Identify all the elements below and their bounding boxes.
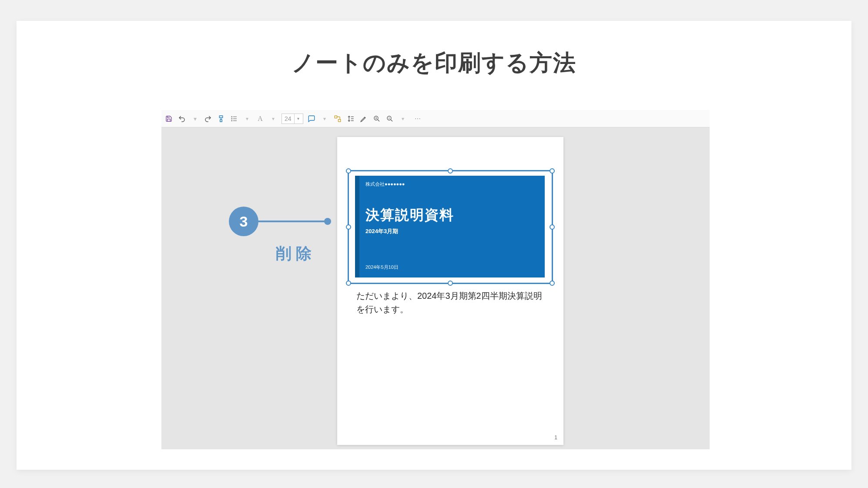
font-size-input[interactable]: 24 ▾ bbox=[282, 114, 303, 124]
svg-rect-6 bbox=[335, 116, 337, 118]
resize-handle-tr[interactable] bbox=[550, 168, 555, 174]
format-painter-icon[interactable] bbox=[216, 114, 226, 124]
insert-comment-icon[interactable] bbox=[307, 114, 316, 124]
chevron-down-icon[interactable]: ▾ bbox=[294, 114, 302, 124]
hierarchy-icon[interactable] bbox=[333, 114, 342, 124]
line-spacing-icon[interactable] bbox=[346, 114, 355, 124]
font-icon[interactable]: A bbox=[255, 114, 265, 124]
zoom-in-icon[interactable] bbox=[372, 114, 382, 124]
slide-thumbnail-selection[interactable]: 株式会社●●●●●●● 決算説明資料 2024年3月期 2024年5月10日 bbox=[348, 170, 553, 284]
font-dropdown-icon[interactable]: ▾ bbox=[268, 114, 278, 124]
resize-handle-br[interactable] bbox=[550, 281, 555, 286]
resize-handle-tl[interactable] bbox=[346, 168, 351, 174]
list-dropdown-icon[interactable]: ▾ bbox=[242, 114, 252, 124]
zoom-out-icon[interactable] bbox=[385, 114, 395, 124]
ink-icon[interactable] bbox=[359, 114, 369, 124]
undo-icon[interactable] bbox=[177, 114, 187, 124]
slide-thumbnail: 株式会社●●●●●●● 決算説明資料 2024年3月期 2024年5月10日 bbox=[355, 176, 545, 277]
slide-period: 2024年3月期 bbox=[365, 227, 539, 235]
step-connector-line bbox=[258, 221, 326, 222]
svg-point-4 bbox=[231, 118, 232, 119]
svg-point-5 bbox=[231, 120, 232, 121]
notes-text[interactable]: ただいまより、2024年3月期第2四半期決算説明を行います。 bbox=[356, 289, 546, 316]
zoom-dropdown-icon[interactable]: ▾ bbox=[398, 114, 408, 124]
svg-point-3 bbox=[231, 116, 232, 117]
svg-line-16 bbox=[391, 120, 392, 121]
resize-handle-bl[interactable] bbox=[346, 281, 351, 286]
slide-pubdate: 2024年5月10日 bbox=[365, 264, 539, 271]
undo-dropdown-icon[interactable]: ▾ bbox=[190, 114, 200, 124]
editor-window: ▾ ▾ A ▾ 24 ▾ bbox=[161, 110, 710, 449]
resize-handle-bm[interactable] bbox=[448, 281, 453, 286]
page-number: 1 bbox=[554, 435, 557, 441]
instruction-card: ノートのみを印刷する方法 ▾ ▾ bbox=[17, 21, 851, 470]
svg-rect-7 bbox=[338, 119, 340, 121]
step-number: 3 bbox=[240, 213, 248, 230]
resize-handle-mr[interactable] bbox=[550, 224, 555, 230]
insert-comment-dropdown-icon[interactable]: ▾ bbox=[320, 114, 329, 124]
list-icon[interactable] bbox=[229, 114, 239, 124]
step-connector-dot bbox=[324, 218, 331, 225]
toolbar: ▾ ▾ A ▾ 24 ▾ bbox=[161, 110, 710, 127]
font-size-value: 24 bbox=[285, 115, 292, 122]
step-badge: 3 bbox=[229, 207, 258, 236]
resize-handle-ml[interactable] bbox=[346, 224, 351, 230]
redo-icon[interactable] bbox=[203, 114, 213, 124]
slide-headline: 決算説明資料 bbox=[365, 206, 539, 225]
notes-page: 株式会社●●●●●●● 決算説明資料 2024年3月期 2024年5月10日 た… bbox=[337, 137, 563, 445]
slide-company: 株式会社●●●●●●● bbox=[365, 181, 539, 187]
svg-line-12 bbox=[378, 120, 379, 121]
resize-handle-tm[interactable] bbox=[448, 168, 453, 174]
toolbar-overflow-icon[interactable]: ⋯ bbox=[413, 114, 422, 124]
page-title: ノートのみを印刷する方法 bbox=[17, 48, 851, 78]
save-icon[interactable] bbox=[164, 114, 174, 124]
step-label: 削除 bbox=[276, 243, 316, 264]
